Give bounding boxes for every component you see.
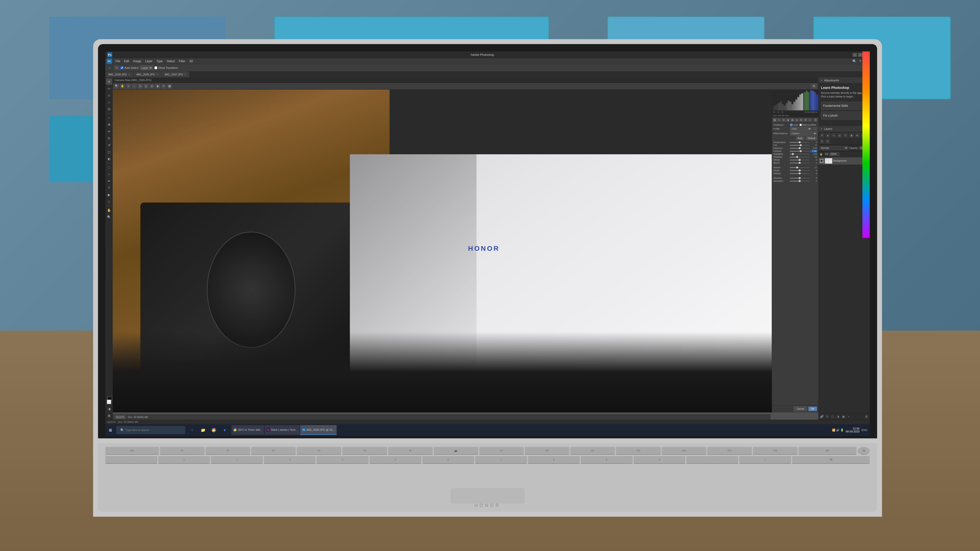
texture-slider[interactable] (790, 167, 810, 168)
whites-slider[interactable] (790, 160, 810, 160)
menu-type[interactable]: Type (154, 59, 165, 64)
key-f9[interactable]: F9 (570, 447, 615, 455)
cr-color-sampler[interactable]: ⌿ (132, 84, 137, 89)
contrast-slider[interactable] (790, 151, 810, 152)
taskbar-chrome[interactable] (209, 425, 219, 435)
menu-select[interactable]: Select (165, 59, 177, 64)
tool-text[interactable]: T (106, 185, 112, 191)
clock-area[interactable]: 22:05 08-09-2020 (846, 427, 859, 433)
adj-icon-brightness[interactable]: ☀ (819, 133, 824, 138)
auto-select-checkbox[interactable] (121, 67, 124, 69)
key-f6[interactable]: F6 (388, 447, 433, 455)
taskbar-files[interactable]: 📁 (198, 425, 208, 435)
dehaze-slider[interactable] (790, 173, 810, 174)
tool-move[interactable]: ✛ (106, 78, 112, 85)
menu-3d[interactable]: 3D (187, 59, 195, 64)
key-camera[interactable]: 📷 (434, 447, 478, 455)
cr-tab-split[interactable]: ▧ (791, 118, 794, 122)
tool-crop[interactable]: ⊡ (106, 106, 112, 112)
highlights-thumb[interactable] (792, 153, 794, 155)
blending-mode-dropdown[interactable]: Normal (819, 146, 848, 150)
key-2[interactable]: 2 (211, 456, 263, 464)
touchpad[interactable] (451, 489, 524, 503)
dehaze-thumb[interactable] (799, 172, 801, 175)
tool-gradient[interactable]: ◐ (106, 156, 112, 162)
new-group-btn[interactable]: ▣ (841, 414, 845, 419)
new-layer-btn[interactable]: + (846, 414, 851, 419)
learn-item-fix-photo[interactable]: Fix a photo › (821, 111, 867, 120)
tool-hand[interactable]: ✋ (106, 207, 112, 213)
taskbar-ps-tab[interactable]: Ps IMG_2569.JPG @ 16... (300, 425, 337, 435)
search-icon[interactable]: 🔍 (852, 59, 857, 64)
contrast-thumb[interactable] (800, 150, 802, 152)
clarity-slider[interactable] (790, 170, 810, 171)
key-f10[interactable]: F10 (616, 447, 660, 455)
key-minus[interactable]: - (686, 456, 738, 464)
key-equals[interactable]: = (739, 456, 791, 464)
cr-wb-tool[interactable]: ▽ (126, 84, 131, 89)
cr-transform-tool[interactable]: ◫ (143, 84, 148, 89)
tool-magic-wand[interactable]: ⌂ (106, 99, 112, 105)
layer-visibility-eye[interactable]: 👁 (819, 159, 824, 163)
tab-img2535[interactable]: IMG_2535.JPG ✕ (105, 71, 134, 78)
tool-screen-mode[interactable]: ⊞ (106, 412, 112, 419)
cr-zoom-tool[interactable]: 🔍 (114, 84, 119, 89)
delete-layer-btn[interactable]: 🗑 (864, 414, 869, 419)
menu-file[interactable]: File (113, 59, 122, 64)
adj-icon-hsl[interactable]: ◑ (849, 133, 854, 138)
tint-slider[interactable] (790, 145, 810, 146)
cr-graduated-filter[interactable]: ▦ (167, 84, 172, 89)
treatment-bw-option[interactable]: Black & White (799, 124, 816, 126)
cr-tab-fx[interactable]: fx (799, 118, 803, 122)
close-tab-icon-3[interactable]: ✕ (185, 73, 186, 76)
adj-icon-vibrance[interactable]: V (843, 133, 848, 138)
cr-crop-tool[interactable]: ⊡ (138, 84, 143, 89)
layer-item-bg[interactable]: 👁 Background 🔒 (819, 157, 870, 165)
key-9[interactable]: 9 (581, 456, 633, 464)
default-button[interactable]: Default (806, 137, 817, 140)
taskbar-unknown-icon[interactable]: ● (220, 425, 229, 435)
highlights-slider[interactable] (790, 154, 810, 154)
adj-icon-curves[interactable]: ∿ (831, 133, 836, 138)
blacks-thumb[interactable] (799, 162, 801, 164)
tool-lasso[interactable]: ⊂ (106, 92, 112, 98)
menu-filter[interactable]: Filter (177, 59, 188, 64)
tool-brush[interactable]: ✏ (106, 128, 112, 135)
layers-panel-header[interactable]: ▼ Layers (819, 126, 870, 132)
auto-button[interactable]: Auto (796, 137, 805, 140)
wb-dropdown[interactable]: Custom As Shot Auto Daylight Cloudy (790, 132, 817, 135)
color-spectrum-strip[interactable] (862, 78, 870, 238)
tool-eraser[interactable]: ◻ (106, 149, 112, 155)
adj-icon-selective-color[interactable]: S (819, 139, 824, 144)
treatment-color-radio[interactable] (790, 124, 792, 126)
key-f3[interactable]: F3 (251, 447, 296, 455)
cr-tab-snapshots[interactable]: ☰ (814, 118, 818, 122)
cr-tab-detail[interactable]: ◫ (781, 118, 786, 122)
tool-blur[interactable]: ◌ (106, 164, 112, 170)
tool-history-brush[interactable]: ↺ (106, 142, 112, 148)
zoom-indicator[interactable]: 16.67% (115, 415, 126, 419)
cr-red-eye[interactable]: ◉ (155, 84, 160, 89)
adj-icon-exposure[interactable]: ◎ (837, 133, 842, 138)
fx-btn[interactable]: fx (825, 414, 829, 419)
key-0[interactable]: 0 (633, 456, 686, 464)
cr-tab-hsl[interactable]: ◑ (786, 118, 790, 122)
home-icon[interactable]: ⌂ (107, 65, 113, 71)
fill-input[interactable] (830, 152, 839, 156)
add-mask-btn[interactable]: ◻ (830, 414, 835, 419)
tool-quick-mask[interactable]: ◑ (106, 405, 112, 412)
maximize-button[interactable]: □ (858, 53, 862, 57)
key-f5[interactable]: F5 (342, 447, 387, 455)
cr-spot-removal[interactable]: ◎ (150, 84, 154, 89)
key-backspace[interactable]: ⌫ (792, 456, 870, 464)
texture-thumb[interactable] (796, 167, 798, 168)
key-prtsc[interactable]: PrtSc (662, 447, 706, 455)
menu-image[interactable]: Image (131, 59, 143, 64)
key-f1[interactable]: F1 (160, 447, 205, 455)
clarity-thumb[interactable] (799, 170, 801, 171)
key-del[interactable]: Del (799, 447, 856, 455)
auto-select-dropdown[interactable]: Layer (140, 66, 153, 70)
menu-layer[interactable]: Layer (143, 59, 154, 64)
tool-select-rect[interactable]: ▭ (106, 85, 112, 92)
tab-img2547[interactable]: IMG_2547.JPG ✕ (162, 71, 190, 78)
